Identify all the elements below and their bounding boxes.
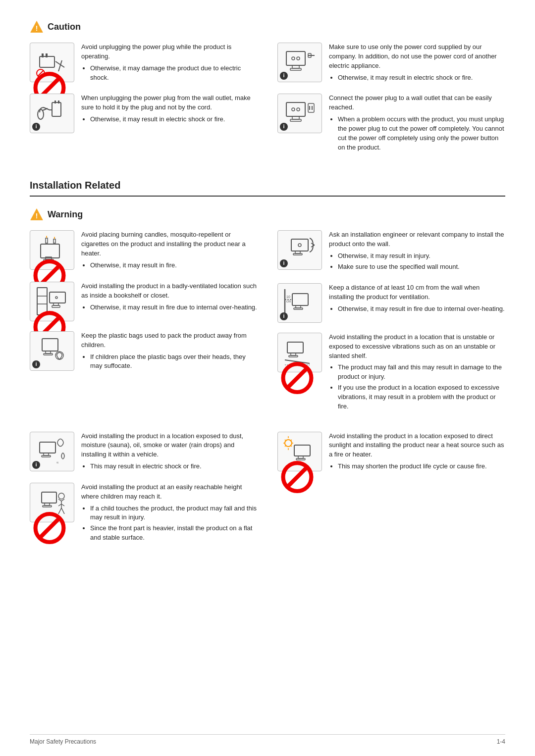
svg-point-46	[55, 297, 57, 299]
svg-rect-45	[52, 305, 60, 307]
svg-rect-62	[294, 308, 303, 309]
warning-text-4: Ask an installation engineer or relevant…	[329, 230, 505, 273]
info-dot-w3: i	[32, 360, 40, 368]
warning-block-4: i Ask an installation engineer or releva…	[277, 230, 505, 273]
caution-text-2: When unplugging the power plug from the …	[81, 94, 258, 126]
caution-2-main: When unplugging the power plug from the …	[81, 94, 258, 112]
caution-1-bullet-1: Otherwise, it may damage the product due…	[90, 64, 258, 83]
svg-rect-79	[43, 505, 52, 507]
svg-text:cm: cm	[286, 300, 291, 303]
warning-text-9: Avoid installing the product in a locati…	[329, 432, 505, 473]
warning-1-bullet-1: Otherwise, it may result in fire.	[90, 261, 258, 270]
warning-block-3: i Keep the plastic bags used to pack the…	[30, 331, 258, 372]
warning-label: Warning	[48, 208, 83, 221]
caution-columns: Avoid unplugging the power plug while th…	[30, 43, 505, 163]
caution-heading: ! Caution	[30, 20, 505, 34]
svg-text:10: 10	[286, 295, 290, 299]
warning-6-main: Avoid installing the product in a locati…	[329, 333, 505, 361]
warning-7-main: Avoid installing the product in a locati…	[81, 432, 258, 460]
svg-text:!: !	[36, 212, 38, 220]
no-symbol-w1	[32, 259, 40, 267]
warning-img-5: 10 cm i	[277, 283, 322, 323]
info-dot-w7: i	[32, 461, 40, 469]
caution-3-main: Make sure to use only the power cord sup…	[329, 43, 505, 71]
warning-2-main: Avoid installing the product in a badly-…	[81, 282, 258, 301]
installation-related-heading: Installation Related	[30, 178, 505, 197]
caution-label: Caution	[48, 20, 81, 33]
svg-point-26	[292, 108, 295, 111]
svg-rect-68	[289, 355, 298, 357]
info-dot-3: i	[280, 72, 288, 80]
installation-related-section: Installation Related ! Warning	[30, 178, 505, 554]
svg-rect-3	[42, 53, 44, 57]
warning-text-1: Avoid placing burning candles, mosquito-…	[81, 230, 258, 271]
caution-block-3: i Make sure to use only the power cord s…	[277, 43, 505, 84]
info-dot-w4: i	[280, 259, 288, 267]
caution-col2: i Make sure to use only the power cord s…	[277, 43, 505, 163]
warning-block-6-content: Avoid installing the product in a locati…	[277, 333, 505, 413]
warning-block-8: Avoid installing the product at an easil…	[30, 483, 258, 544]
warning-8-main: Avoid installing the product at an easil…	[81, 483, 258, 502]
wall-outlet-icon	[282, 98, 317, 130]
caution-img-4: i	[277, 94, 322, 133]
caution-block-1: Avoid unplugging the power plug while th…	[30, 43, 258, 84]
svg-rect-16	[286, 51, 305, 65]
warning-4-bullet-2: Make sure to use the specified wall moun…	[338, 262, 505, 272]
warning-block-6: Avoid installing the product in a locati…	[277, 333, 505, 413]
wall-distance-icon: 10 cm	[282, 287, 317, 319]
warning-5-bullet-1: Otherwise, it may result in fire due to …	[338, 304, 505, 314]
warning-4-main: Ask an installation engineer or relevant…	[329, 230, 505, 249]
svg-rect-2	[40, 56, 54, 67]
no-symbol-w2	[32, 311, 40, 319]
svg-rect-75	[42, 455, 51, 457]
warning-block-7: ≈ i Avoid installing the product in a lo…	[30, 432, 258, 473]
child-bag-icon	[35, 335, 69, 367]
svg-rect-36	[46, 238, 48, 243]
svg-rect-33	[41, 244, 59, 258]
warning-img-1	[30, 230, 74, 270]
svg-rect-88	[294, 445, 310, 456]
warning-9-main: Avoid installing the product in a locati…	[329, 432, 505, 460]
svg-point-14	[38, 109, 44, 119]
svg-point-20	[297, 57, 300, 60]
warning-1-main: Avoid placing burning candles, mosquito-…	[81, 230, 258, 258]
svg-point-27	[297, 108, 300, 111]
warning-img-2	[30, 282, 74, 321]
warning-triangle-icon: !	[30, 207, 44, 221]
svg-rect-18	[290, 68, 301, 70]
svg-line-87	[40, 518, 60, 538]
caution-text-1: Avoid unplugging the power plug while th…	[81, 43, 258, 84]
no-symbol-w6	[280, 362, 288, 370]
caution-col1: Avoid unplugging the power plug while th…	[30, 43, 258, 163]
dust-moisture-icon: ≈	[35, 435, 69, 467]
warning-img-8	[30, 483, 74, 522]
caution-section: ! Caution	[30, 20, 505, 163]
warning-col2-top: i Ask an installation engineer or releva…	[277, 230, 505, 422]
svg-rect-4	[46, 53, 48, 57]
caution-img-3: i	[277, 43, 322, 82]
svg-rect-77	[42, 492, 56, 503]
no-symbol-w9	[280, 461, 288, 469]
warning-heading: ! Warning	[30, 207, 505, 221]
svg-text:≈: ≈	[56, 460, 59, 465]
no-symbol-1	[32, 72, 40, 80]
warning-4-bullet-1: Otherwise, it may result in injury.	[338, 252, 505, 261]
svg-rect-55	[293, 253, 302, 255]
svg-rect-25	[290, 119, 301, 121]
caution-block-4: i Connect the power plug to a wall outle…	[277, 94, 505, 153]
warning-5-main: Keep a distance of at least 10 cm from t…	[329, 283, 505, 302]
svg-rect-28	[308, 103, 314, 112]
wall-mount-icon	[282, 234, 317, 266]
svg-line-83	[61, 504, 64, 506]
info-dot-4: i	[280, 123, 288, 131]
svg-rect-12	[54, 101, 56, 103]
warning-col1-bottom: ≈ i Avoid installing the product in a lo…	[30, 432, 258, 554]
info-dot-2: i	[32, 123, 40, 131]
warning-columns-top: Avoid placing burning candles, mosquito-…	[30, 230, 505, 422]
warning-3-main: Keep the plastic bags used to pack the p…	[81, 331, 258, 350]
warning-col2-bottom: Avoid installing the product in a locati…	[277, 432, 505, 554]
warning-9-bullet-1: This may shorten the product life cycle …	[338, 462, 505, 471]
svg-rect-73	[40, 442, 55, 453]
svg-line-101	[287, 467, 308, 487]
warning-7-bullet-1: This may result in electric shock or fir…	[90, 462, 258, 471]
